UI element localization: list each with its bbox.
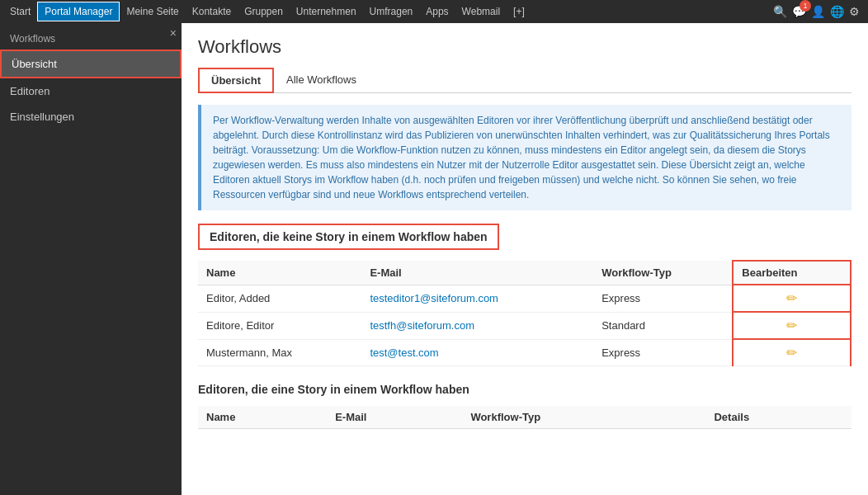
edit-icon-1[interactable]: ✏ [786, 291, 797, 305]
editor-name-1: Editor, Added [198, 285, 361, 312]
editor-edit-1[interactable]: ✏ [733, 285, 851, 312]
editor-email-2[interactable]: testfh@siteforum.com [361, 312, 593, 339]
nav-webmail[interactable]: Webmail [455, 2, 507, 21]
nav-meine-seite[interactable]: Meine Seite [120, 2, 185, 21]
nav-umfragen[interactable]: Umfragen [363, 2, 420, 21]
col2-email-header: E-Mail [327, 406, 462, 429]
editors-no-story-table: Name E-Mail Workflow-Typ Bearbeiten Edit… [198, 260, 851, 366]
editor-name-3: Mustermann, Max [198, 339, 361, 366]
editor-edit-3[interactable]: ✏ [733, 339, 851, 366]
nav-start[interactable]: Start [3, 2, 37, 21]
sidebar-item-einstellungen[interactable]: Einstellungen [0, 104, 182, 130]
settings-icon[interactable]: ⚙ [849, 5, 860, 18]
table-row: Mustermann, Max test@test.com Express ✏ [198, 339, 851, 366]
editor-name-2: Editore, Editor [198, 312, 361, 339]
col-bearbeiten-header: Bearbeiten [733, 261, 851, 285]
top-navigation: Start Portal Manager Meine Seite Kontakt… [0, 0, 868, 23]
nav-gruppen[interactable]: Gruppen [238, 2, 290, 21]
messages-icon[interactable]: 💬1 [792, 5, 806, 18]
tab-alle-workflows[interactable]: Alle Workflows [274, 68, 369, 93]
sidebar-close-button[interactable]: × [170, 26, 177, 40]
message-badge: 1 [800, 0, 811, 12]
nav-plus[interactable]: [+] [507, 2, 531, 21]
col-email-header: E-Mail [361, 261, 593, 285]
nav-apps[interactable]: Apps [419, 2, 455, 21]
editors-with-story-table: Name E-Mail Workflow-Typ Details [198, 406, 851, 429]
globe-icon[interactable]: 🌐 [830, 5, 844, 18]
editor-type-3: Express [593, 339, 733, 366]
nav-portal-manager[interactable]: Portal Manager [37, 2, 120, 21]
table-row: Editor, Added testeditor1@siteforum.com … [198, 285, 851, 312]
col-name-header: Name [198, 261, 361, 285]
nav-unternehmen[interactable]: Unternehmen [290, 2, 363, 21]
user-icon[interactable]: 👤 [811, 5, 825, 18]
main-content: Workflows Übersicht Alle Workflows Per W… [182, 23, 868, 495]
top-nav-right: 🔍 💬1 👤 🌐 ⚙ [773, 5, 865, 18]
edit-icon-2[interactable]: ✏ [786, 318, 797, 332]
search-icon[interactable]: 🔍 [773, 5, 787, 18]
editor-email-1[interactable]: testeditor1@siteforum.com [361, 285, 593, 312]
edit-icon-3[interactable]: ✏ [786, 346, 797, 360]
col2-workflow-typ-header: Workflow-Typ [462, 406, 705, 429]
info-box: Per Workflow-Verwaltung werden Inhalte v… [198, 105, 851, 210]
sidebar-item-ubersicht[interactable]: Übersicht [0, 50, 182, 78]
page-title: Workflows [198, 36, 851, 58]
main-layout: × Workflows Übersicht Editoren Einstellu… [0, 23, 868, 495]
sidebar-section-title: Workflows [0, 23, 182, 50]
tab-ubersicht[interactable]: Übersicht [198, 68, 274, 93]
col2-details-header: Details [705, 406, 851, 429]
section2-heading: Editoren, die eine Story in einem Workfl… [198, 383, 851, 396]
section1-heading: Editoren, die keine Story in einem Workf… [198, 224, 499, 250]
table-row: Editore, Editor testfh@siteforum.com Sta… [198, 312, 851, 339]
sidebar: × Workflows Übersicht Editoren Einstellu… [0, 23, 182, 495]
tab-bar: Übersicht Alle Workflows [198, 68, 851, 93]
editor-type-1: Express [593, 285, 733, 312]
editor-edit-2[interactable]: ✏ [733, 312, 851, 339]
sidebar-item-editoren[interactable]: Editoren [0, 78, 182, 104]
editor-email-3[interactable]: test@test.com [361, 339, 593, 366]
editor-type-2: Standard [593, 312, 733, 339]
col-workflow-typ-header: Workflow-Typ [593, 261, 733, 285]
col2-name-header: Name [198, 406, 327, 429]
nav-kontakte[interactable]: Kontakte [186, 2, 238, 21]
